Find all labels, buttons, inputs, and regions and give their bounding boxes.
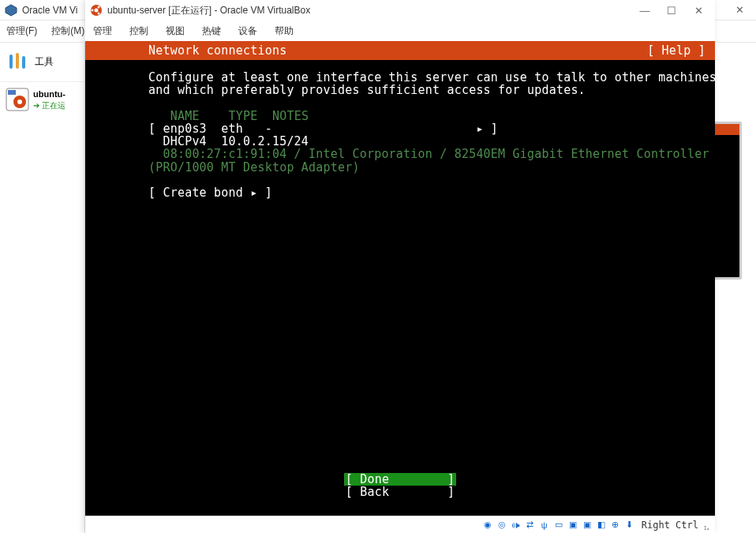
vm-minimize-button[interactable]: — bbox=[639, 5, 650, 16]
intro-line-2: and which preferably provides sufficient… bbox=[148, 84, 705, 96]
resize-grip-icon: ⣄ bbox=[703, 520, 710, 531]
vm-menu-manage[interactable]: 管理 bbox=[93, 24, 112, 38]
vm-menu-hotkeys[interactable]: 热键 bbox=[202, 24, 221, 38]
installer-help[interactable]: [ Help ] bbox=[647, 44, 705, 57]
vm-entry-status: ➔ 正在运 bbox=[33, 100, 65, 111]
installer-body: Configure at least one interface this se… bbox=[85, 60, 715, 199]
manager-close-button[interactable]: ✕ bbox=[734, 5, 745, 16]
vm-maximize-button[interactable]: ☐ bbox=[666, 5, 677, 16]
recording-icon[interactable]: ▣ bbox=[582, 520, 593, 531]
svg-rect-1 bbox=[9, 54, 13, 69]
dhcp-row: DHCPv4 10.0.2.15/24 bbox=[148, 135, 705, 148]
menu-file[interactable]: 管理(F) bbox=[6, 24, 37, 38]
tools-icon bbox=[6, 50, 28, 74]
menu-control[interactable]: 控制(M) bbox=[51, 24, 84, 38]
vm-guest-window: ubuntu-server [正在运行] - Oracle VM Virtual… bbox=[85, 0, 715, 533]
shared-folder-icon[interactable]: ▭ bbox=[553, 520, 564, 531]
vm-menu-help[interactable]: 帮助 bbox=[275, 24, 294, 38]
cpu-icon[interactable]: ◧ bbox=[596, 520, 607, 531]
installer-title: Network connections bbox=[148, 44, 286, 57]
hw-line-1: 08:00:27:c1:91:04 / Intel Corporation / … bbox=[148, 148, 705, 160]
vm-menu-view[interactable]: 视图 bbox=[166, 24, 185, 38]
svg-rect-5 bbox=[8, 90, 16, 95]
back-button[interactable]: [ Back ] bbox=[344, 486, 456, 498]
vm-menubar: 管理 控制 视图 热键 设备 帮助 bbox=[85, 21, 715, 41]
vm-window-title: ubuntu-server [正在运行] - Oracle VM Virtual… bbox=[107, 4, 639, 17]
host-key-label: Right Ctrl bbox=[638, 520, 698, 531]
sidebar-tools[interactable]: 工具 bbox=[0, 43, 84, 82]
svg-rect-2 bbox=[16, 53, 19, 69]
vm-titlebar: ubuntu-server [正在运行] - Oracle VM Virtual… bbox=[85, 0, 715, 21]
vm-menu-devices[interactable]: 设备 bbox=[238, 24, 257, 38]
network-icon[interactable]: ⇄ bbox=[525, 520, 536, 531]
svg-point-11 bbox=[98, 6, 100, 9]
vm-entry-name: ubuntu- bbox=[33, 88, 65, 99]
create-bond[interactable]: [ Create bond ▸ ] bbox=[148, 186, 705, 199]
sidebar-tools-label: 工具 bbox=[35, 55, 54, 69]
vm-entry-text: ubuntu- ➔ 正在运 bbox=[33, 88, 65, 110]
vm-win-buttons: — ☐ ✕ bbox=[639, 5, 704, 16]
column-header: NAME TYPE NOTES bbox=[148, 110, 705, 122]
vm-close-button[interactable]: ✕ bbox=[693, 5, 704, 16]
virtualbox-icon bbox=[5, 4, 17, 17]
manager-sidebar: 工具 ubuntu- ➔ 正在运 bbox=[0, 43, 85, 533]
hard-disk-icon[interactable]: ◉ bbox=[482, 520, 493, 531]
svg-marker-0 bbox=[6, 5, 17, 16]
svg-point-7 bbox=[17, 99, 22, 104]
done-button[interactable]: [ Done ] bbox=[344, 473, 456, 486]
sidebar-vm-entry[interactable]: ubuntu- ➔ 正在运 bbox=[0, 82, 84, 117]
vm-os-icon bbox=[5, 87, 30, 112]
guest-console[interactable]: Network connections [ Help ] Configure a… bbox=[85, 41, 715, 516]
mouse-integration-icon[interactable]: ⊕ bbox=[610, 520, 621, 531]
hw-line-2: (PRO/1000 MT Desktop Adapter) bbox=[148, 161, 705, 174]
display-icon[interactable]: ▣ bbox=[567, 520, 578, 531]
intro-line-1: Configure at least one interface this se… bbox=[148, 71, 705, 84]
running-arrow-icon: ➔ bbox=[33, 101, 39, 110]
svg-point-10 bbox=[92, 9, 94, 12]
installer-header: Network connections [ Help ] bbox=[85, 41, 715, 60]
usb-icon[interactable]: ψ bbox=[539, 520, 550, 531]
vm-os-title-icon bbox=[90, 4, 103, 17]
vm-statusbar: ◉ ◎ 🕪 ⇄ ψ ▭ ▣ ▣ ◧ ⊕ ⬇ Right Ctrl ⣄ bbox=[85, 516, 715, 533]
svg-point-12 bbox=[98, 13, 100, 15]
optical-disk-icon[interactable]: ◎ bbox=[496, 520, 507, 531]
keyboard-capture-icon[interactable]: ⬇ bbox=[624, 520, 635, 531]
manager-win-buttons: ✕ bbox=[734, 5, 745, 16]
audio-icon[interactable]: 🕪 bbox=[511, 520, 522, 531]
installer-buttons: [ Done ] [ Back ] bbox=[85, 473, 715, 498]
vm-menu-control[interactable]: 控制 bbox=[129, 24, 148, 38]
iface-row[interactable]: [ enp0s3 eth - ▸ ] bbox=[148, 122, 705, 135]
svg-point-9 bbox=[95, 9, 99, 13]
svg-rect-3 bbox=[22, 56, 25, 69]
